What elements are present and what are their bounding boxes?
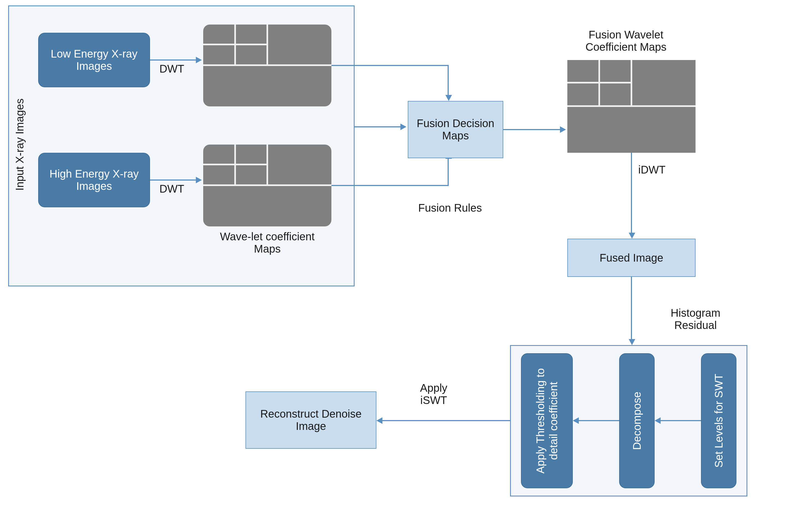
set-levels-box: Set Levels for SWT	[701, 353, 736, 488]
arrow-wm-top-h	[331, 65, 449, 66]
arrow-fused-denoise-head	[629, 339, 635, 345]
high-energy-box: High Energy X-ray Images	[38, 153, 150, 207]
arrow-setlevels-decompose-head	[655, 417, 661, 424]
arrow-fwcm-fused-head	[629, 233, 635, 239]
arrow-fdm-fwcm	[503, 129, 561, 130]
arrow-fdm-fwcm-head	[560, 126, 566, 133]
fused-image-box: Fused Image	[567, 239, 696, 277]
high-energy-label: High Energy X-ray Images	[39, 168, 149, 192]
reconstruct-box: Reconstruct Denoise Image	[245, 392, 377, 449]
arrow-rules-head	[400, 124, 407, 130]
wavelet-maps-label: Wave-let coefficient Maps	[207, 231, 327, 255]
arrow-decompose-thresh-head	[573, 417, 579, 424]
dwt-label-bottom: DWT	[155, 183, 188, 195]
low-energy-label: Low Energy X-ray Images	[39, 48, 149, 72]
low-energy-box: Low Energy X-ray Images	[38, 33, 150, 87]
arrow-wm-top-head	[446, 95, 452, 101]
wavelet-map-low	[203, 25, 331, 106]
arrow-decompose-thresh	[578, 420, 619, 421]
arrow-fwcm-fused	[631, 153, 632, 233]
dwt-label-top: DWT	[155, 63, 188, 75]
set-levels-label: Set Levels for SWT	[712, 374, 725, 468]
arrow-le-dwt	[150, 60, 197, 61]
reconstruct-label: Reconstruct Denoise Image	[246, 408, 376, 432]
wavelet-map-high	[203, 144, 331, 227]
input-group-label: Input X-ray Images	[14, 87, 26, 202]
arrow-wm-top-v	[448, 65, 449, 96]
fused-image-label: Fused Image	[600, 252, 663, 264]
arrow-wm-bot-h	[331, 185, 449, 186]
arrow-setlevels-decompose	[660, 420, 701, 421]
arrow-rules-h	[355, 126, 401, 127]
arrow-thresh-reconstruct-head	[377, 417, 382, 424]
arrow-wm-bot-v	[448, 158, 449, 186]
thresholding-label: Apply Thresholding to detail coefficient	[534, 354, 560, 488]
decompose-label: Decompose	[630, 392, 643, 450]
histogram-residual-label: Histogram Residual	[663, 307, 728, 332]
idwt-label: iDWT	[638, 164, 676, 176]
fusion-wavelet-map	[567, 60, 696, 153]
arrow-he-dwt	[150, 179, 197, 180]
arrow-fused-denoise	[631, 277, 632, 340]
thresholding-box: Apply Thresholding to detail coefficient	[521, 353, 573, 488]
arrow-thresh-reconstruct	[382, 420, 510, 421]
arrow-he-dwt-head	[196, 177, 202, 183]
arrow-le-dwt-head	[196, 57, 202, 63]
fusion-rules-label: Fusion Rules	[415, 202, 486, 214]
decompose-box: Decompose	[619, 353, 655, 488]
fusion-wavelet-label: Fusion Wavelet Coefficient Maps	[562, 29, 690, 53]
fusion-decision-maps: Fusion Decision Maps	[408, 101, 503, 158]
fusion-decision-maps-label: Fusion Decision Maps	[408, 117, 503, 142]
apply-iswt-label: Apply iSWT	[409, 382, 458, 406]
